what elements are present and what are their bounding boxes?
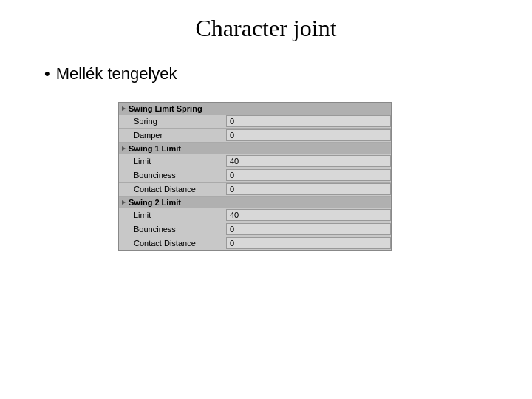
prop-label-1-0: Limit: [119, 157, 226, 166]
page-title: Character joint: [30, 15, 502, 42]
prop-row-1-2: Contact Distance0: [119, 183, 391, 197]
prop-label-1-2: Contact Distance: [119, 185, 226, 194]
collapse-triangle-0: [122, 106, 126, 111]
prop-row-0-1: Damper0: [119, 129, 391, 143]
bullet-dot: •: [44, 64, 50, 83]
prop-row-2-0: Limit40: [119, 208, 391, 222]
prop-value-1-0[interactable]: 40: [226, 155, 391, 167]
prop-value-2-0[interactable]: 40: [226, 209, 391, 221]
prop-value-1-1[interactable]: 0: [226, 169, 391, 181]
prop-label-2-1: Bounciness: [119, 225, 226, 233]
prop-row-2-1: Bounciness0: [119, 222, 391, 236]
prop-label-0-0: Spring: [119, 117, 226, 126]
section-label-0: Swing Limit Spring: [129, 104, 202, 113]
section-header-1[interactable]: Swing 1 Limit: [119, 143, 391, 154]
prop-value-0-1[interactable]: 0: [226, 129, 391, 141]
prop-value-1-2[interactable]: 0: [226, 183, 391, 195]
bullet-text: Mellék tengelyek: [56, 64, 177, 83]
ui-panel: Swing Limit SpringSpring0Damper0Swing 1 …: [118, 102, 392, 251]
section-header-0[interactable]: Swing Limit Spring: [119, 103, 391, 115]
prop-row-1-1: Bounciness0: [119, 168, 391, 183]
prop-label-0-1: Damper: [119, 131, 226, 140]
prop-label-2-2: Contact Distance: [119, 239, 226, 248]
prop-label-2-0: Limit: [119, 211, 226, 219]
bullet-item: • Mellék tengelyek: [44, 64, 502, 83]
section-header-2[interactable]: Swing 2 Limit: [119, 197, 391, 208]
prop-row-2-2: Contact Distance0: [119, 236, 391, 250]
section-label-1: Swing 1 Limit: [129, 144, 181, 153]
collapse-triangle-1: [122, 146, 126, 151]
prop-label-1-1: Bounciness: [119, 171, 226, 180]
collapse-triangle-2: [122, 200, 126, 205]
prop-row-0-0: Spring0: [119, 115, 391, 129]
prop-row-1-0: Limit40: [119, 154, 391, 168]
page: Character joint • Mellék tengelyek Swing…: [0, 0, 532, 399]
prop-value-0-0[interactable]: 0: [226, 115, 391, 127]
prop-value-2-1[interactable]: 0: [226, 223, 391, 235]
prop-value-2-2[interactable]: 0: [226, 237, 391, 249]
section-label-2: Swing 2 Limit: [129, 198, 181, 207]
